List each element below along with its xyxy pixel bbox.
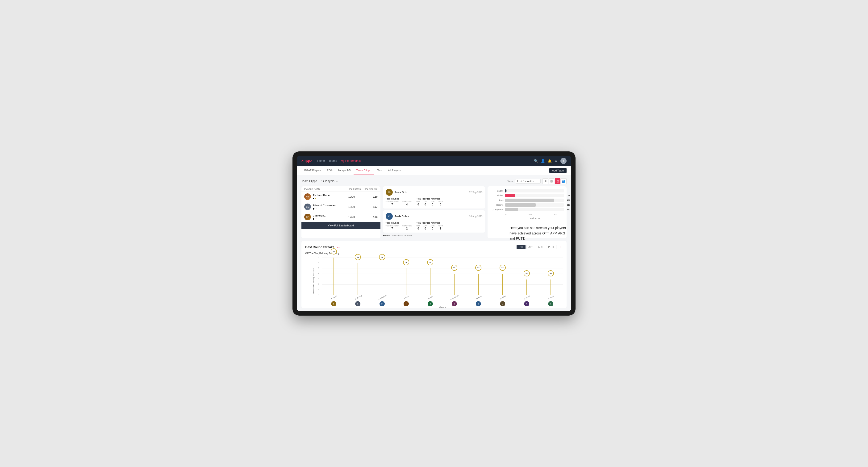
annotation: Here you can see streaks your players ha… [509, 225, 571, 241]
tab-pga[interactable]: PGA [324, 166, 335, 175]
streak-line [334, 257, 334, 295]
col-pb-score: PB SCORE [342, 188, 361, 190]
tab-app[interactable]: APP [526, 245, 535, 249]
streak-line [478, 274, 478, 295]
streak-bubble: 4x [475, 264, 482, 271]
streak-bubble: 4x [451, 264, 457, 271]
ott-stat: OTT 0 [416, 201, 420, 206]
card-player-name[interactable]: Rees Britt [395, 191, 407, 194]
tab-putt[interactable]: PUTT [546, 245, 556, 249]
search-icon[interactable]: 🔍 [534, 159, 538, 163]
tab-all-players[interactable]: All Players [385, 166, 404, 175]
player-bar-group: 4x [442, 257, 466, 295]
person-view-btn[interactable]: 👥 [561, 178, 566, 184]
activities-label: Total Practice Activities [416, 222, 443, 224]
nav-teams[interactable]: Teams [329, 158, 337, 163]
show-label: Show [507, 180, 513, 183]
pb-score: 18/20 [342, 206, 361, 208]
card-header: RB Rees Britt 02 Sep 2023 [385, 189, 483, 196]
bar-track: 96 [505, 194, 564, 197]
view-leaderboard-button[interactable]: View Full Leaderboard [302, 222, 380, 229]
streak-line [551, 280, 551, 295]
nav-bar: clippd Home Teams My Performance 🔍 👤 🔔 ⚙… [297, 156, 571, 166]
list-view-btn[interactable]: ▤ [549, 178, 554, 184]
pb-avg: 107 [361, 206, 378, 208]
table-row: CA Cameron... ◆ 3 17/20 [302, 212, 380, 222]
putt-stat: PUTT 1 [438, 225, 443, 230]
player-label-group: M. MillerM [490, 295, 515, 306]
player-card: RB Rees Britt 02 Sep 2023 Total Rounds [383, 186, 486, 209]
nav-links: Home Teams My Performance [317, 158, 529, 163]
player-name[interactable]: Edward Crossman [313, 204, 336, 207]
bar-chart: Eagles 3 Birdies [490, 189, 564, 220]
settings-icon[interactable]: ⚙ [555, 159, 558, 163]
streaks-header: Best Round Streaks ← OTT APP ARG PUTT ← [305, 244, 563, 250]
avatar: EC [304, 204, 311, 210]
tournament-stat: Tournament 7 [385, 225, 399, 230]
tab-arg[interactable]: ARG [536, 245, 545, 249]
bar-fill [505, 198, 554, 202]
player-bar-group: 5x [418, 257, 442, 295]
sub-nav: PGAT Players PGA Hcaps 1-5 Team Clippd T… [297, 166, 571, 175]
round-types-legend: Rounds Tournament Practice [383, 235, 486, 237]
practice-stat: Practice 4 [402, 201, 412, 206]
bar-row-bogeys: Bogeys 311 [490, 203, 564, 207]
player-label-group: R. BrittR [418, 295, 442, 306]
edit-icon[interactable]: ✏ [336, 180, 338, 183]
streak-bubble: 6x [379, 254, 385, 260]
rank-badge: ◆ 2 [313, 207, 336, 210]
nav-my-performance[interactable]: My Performance [341, 158, 362, 163]
tab-pgat-players[interactable]: PGAT Players [302, 166, 324, 175]
team-header: Team Clippd | 14 Players ✏ Show Last 3 m… [302, 178, 566, 184]
player-name[interactable]: Cameron... [313, 214, 326, 217]
leaderboard-card: PLAYER NAME PB SCORE PB AVG SQ RB [302, 186, 380, 238]
nav-home[interactable]: Home [317, 158, 325, 163]
pb-avg: 110 [361, 195, 378, 198]
streak-line [406, 269, 406, 295]
player-bar-group: 3x [515, 257, 539, 295]
diamond-icon: ◆ [313, 217, 315, 220]
tab-hcaps[interactable]: Hcaps 1-5 [335, 166, 353, 175]
app-stat: APP 0 [423, 225, 427, 230]
player-bar-group: 4x [466, 257, 490, 295]
x-label-200: 200 [529, 214, 532, 216]
user-avatar[interactable]: ▾ [560, 158, 566, 164]
main-content: Team Clippd | 14 Players ✏ Show Last 3 m… [297, 175, 571, 311]
player-info: RB Richard Butler ♥ 1 [304, 193, 342, 200]
player-name[interactable]: Richard Butler [313, 194, 331, 197]
streak-line [454, 274, 455, 295]
streak-line [430, 269, 431, 295]
grid-view-btn[interactable]: ⊞ [542, 178, 548, 184]
tab-ott[interactable]: OTT [517, 245, 526, 249]
rounds-type: Rounds [383, 235, 390, 237]
leaderboard-header: PLAYER NAME PB SCORE PB AVG SQ [302, 186, 380, 192]
heart-icon: ♥ [313, 197, 314, 200]
ott-stat: OTT 0 [416, 225, 420, 230]
player-label-group: D. FordD [466, 295, 490, 306]
player-name-rotated: D. Ford [476, 295, 482, 300]
rounds-row: Tournament 7 Practice 2 [385, 225, 412, 230]
view-icons: ⊞ ▤ ◫ 👥 [542, 178, 566, 184]
card-player-name[interactable]: Josh Coles [395, 215, 409, 218]
bar-row-eagles: Eagles 3 [490, 189, 564, 192]
diamond-icon: ◆ [313, 207, 315, 210]
add-team-button[interactable]: Add Team [549, 168, 566, 173]
bell-icon[interactable]: 🔔 [548, 159, 552, 163]
bar-label: Pars [490, 199, 503, 201]
y-axis-label: Best Streak, Fairway Accuracy [312, 269, 315, 294]
player-avatar-small: E [331, 301, 336, 306]
bar-row-dbogeys: D. Bogeys + 131 [490, 208, 564, 211]
bar-label: D. Bogeys + [490, 209, 503, 211]
bar-row-pars: Pars 499 [490, 198, 564, 202]
player-name-rotated: R. Britt [428, 295, 433, 300]
user-icon[interactable]: 👤 [541, 159, 545, 163]
period-select[interactable]: Last 3 months Last 6 months Last 12 mont… [515, 179, 540, 184]
avatar: JC [385, 213, 393, 220]
tab-tour[interactable]: Tour [374, 166, 385, 175]
chart-view-btn[interactable]: ◫ [555, 178, 560, 184]
player-bar-group: 4x [490, 257, 515, 295]
player-label-group: R. ButlerR [515, 295, 539, 306]
activities-label: Total Practice Activities [416, 198, 443, 200]
bar-row-birdies: Birdies 96 [490, 194, 564, 197]
tab-team-clippd[interactable]: Team Clippd [353, 166, 374, 175]
